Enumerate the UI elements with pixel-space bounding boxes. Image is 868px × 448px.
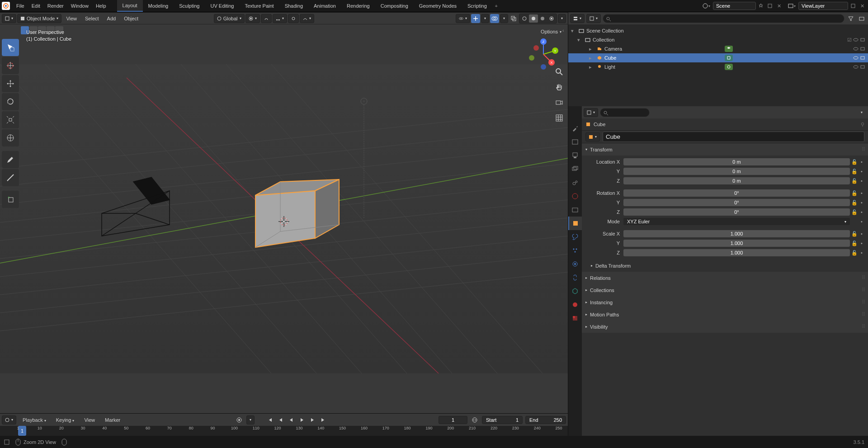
hide-icon[interactable] — [853, 37, 859, 43]
panel-collections-header[interactable]: ▸Collections⠿ — [582, 284, 868, 296]
scale-y-input[interactable]: 1.000 — [623, 240, 850, 247]
menu-edit[interactable]: Edit — [28, 1, 44, 10]
n-panel-toggle[interactable]: ‹ — [562, 26, 567, 34]
play-icon[interactable] — [298, 416, 306, 424]
disclosure-icon[interactable]: ▸ — [589, 55, 595, 61]
object-data-icon[interactable] — [725, 64, 733, 70]
snap-select[interactable]: ▾ — [273, 14, 287, 23]
gizmo-toggle[interactable] — [471, 14, 480, 23]
object-data-icon[interactable] — [725, 46, 733, 52]
tab-render[interactable] — [568, 135, 582, 149]
scale-x-input[interactable]: 1.000 — [623, 230, 850, 237]
tab-constraints[interactable] — [568, 271, 582, 284]
disclosure-icon[interactable]: ▸ — [589, 64, 595, 70]
tree-collection[interactable]: ▾ Collection ☑ — [568, 35, 868, 44]
vp-menu-object[interactable]: Object — [120, 14, 142, 23]
workspace-rendering[interactable]: Rendering — [341, 0, 375, 11]
tab-data[interactable] — [568, 284, 582, 298]
disclosure-icon[interactable]: ▾ — [577, 37, 584, 43]
tree-item-cube[interactable]: ▸ Cube — [568, 53, 868, 62]
timeline-ruler[interactable]: 1 11020304050607080901001101201301401501… — [0, 426, 568, 436]
tree-item-camera[interactable]: ▸ Camera — [568, 44, 868, 53]
lock-icon[interactable]: 🔓 — [851, 200, 858, 206]
playhead[interactable]: 1 — [18, 426, 26, 436]
gizmo-popover[interactable]: ▾ — [481, 14, 489, 23]
drag-handle-icon[interactable]: ⠿ — [862, 146, 864, 152]
lock-icon[interactable]: 🔓 — [851, 178, 858, 184]
prev-key-icon[interactable] — [276, 416, 284, 424]
disable-render-icon[interactable] — [860, 37, 865, 43]
lock-icon[interactable]: 🔓 — [851, 250, 858, 256]
disable-render-icon[interactable] — [860, 64, 865, 70]
workspace-shading[interactable]: Shading — [279, 0, 308, 11]
exclude-checkbox[interactable]: ☑ — [847, 37, 852, 43]
drag-handle-icon[interactable]: ⠿ — [862, 299, 864, 305]
tool-cursor[interactable] — [2, 57, 19, 74]
proportional-select[interactable]: ▾ — [300, 14, 314, 23]
disclosure-icon[interactable]: ▾ — [571, 28, 577, 34]
3d-viewport[interactable]: User Perspective (1) Collection | Cube O… — [0, 24, 568, 413]
object-data-icon[interactable] — [725, 55, 733, 61]
tab-object[interactable] — [568, 217, 582, 230]
tool-transform[interactable] — [2, 129, 19, 146]
hide-icon[interactable] — [853, 46, 859, 52]
end-frame-input[interactable]: End250 — [525, 416, 566, 424]
delete-scene-icon[interactable]: ✕ — [775, 2, 783, 10]
workspace-modeling[interactable]: Modeling — [143, 0, 174, 11]
menu-file[interactable]: File — [13, 1, 28, 10]
rotation-z-input[interactable]: 0° — [623, 208, 850, 216]
tree-scene-collection[interactable]: ▾ Scene Collection — [568, 26, 868, 35]
camera-view-icon[interactable] — [554, 98, 564, 108]
location-z-input[interactable]: 0 m — [623, 177, 850, 184]
tab-collection[interactable] — [568, 203, 582, 217]
location-y-input[interactable]: 0 m — [623, 168, 850, 175]
panel-delta-transform-header[interactable]: ▸Delta Transform — [582, 259, 868, 272]
outliner-filter-icon[interactable] — [846, 14, 855, 23]
panel-transform-header[interactable]: ▾ Transform ⠿ — [582, 143, 868, 156]
animate-dot[interactable]: • — [859, 250, 864, 255]
perspective-icon[interactable] — [554, 113, 564, 123]
panel-relations-header[interactable]: ▸Relations⠿ — [582, 272, 868, 284]
tool-measure[interactable] — [2, 169, 19, 186]
shading-popover[interactable]: ▾ — [558, 14, 566, 23]
rotation-mode-select[interactable]: XYZ Euler▾ — [623, 218, 850, 225]
nav-gizmo[interactable]: Z Y X — [527, 38, 560, 71]
tab-material[interactable] — [568, 298, 582, 311]
drag-handle-icon[interactable]: ⠿ — [862, 311, 864, 317]
workspace-scripting[interactable]: Scripting — [462, 0, 492, 11]
snap-toggle[interactable] — [261, 14, 272, 23]
tab-particles[interactable] — [568, 244, 582, 257]
tab-output[interactable] — [568, 149, 582, 162]
workspace-compositing[interactable]: Compositing — [375, 0, 414, 11]
delete-layer-icon[interactable]: ✕ — [858, 2, 866, 10]
new-scene-icon[interactable] — [766, 2, 774, 10]
tab-texture[interactable] — [568, 311, 582, 325]
timeline-editor-type[interactable]: ▾ — [2, 415, 16, 424]
current-frame-input[interactable]: 1 — [439, 416, 467, 424]
tab-tool[interactable] — [568, 122, 582, 135]
lock-icon[interactable]: 🔓 — [851, 231, 858, 237]
animate-dot[interactable]: • — [859, 190, 864, 196]
lock-icon[interactable]: 🔓 — [851, 159, 858, 165]
zoom-icon[interactable] — [554, 67, 564, 77]
tl-menu-marker[interactable]: Marker — [101, 415, 124, 424]
jump-end-icon[interactable] — [320, 416, 328, 424]
workspace-uv[interactable]: UV Editing — [205, 0, 239, 11]
shading-wireframe[interactable] — [520, 14, 529, 23]
tab-modifiers[interactable] — [568, 230, 582, 244]
overlay-popover[interactable]: ▾ — [500, 14, 508, 23]
menu-help[interactable]: Help — [92, 1, 110, 10]
disable-render-icon[interactable] — [860, 55, 865, 61]
workspace-texture[interactable]: Texture Paint — [239, 0, 279, 11]
animate-dot[interactable]: • — [859, 209, 864, 215]
lock-icon[interactable]: 🔓 — [851, 169, 858, 174]
animate-dot[interactable]: • — [859, 178, 864, 184]
new-collection-icon[interactable] — [857, 14, 866, 23]
panel-motion-paths-header[interactable]: ▸Motion Paths⠿ — [582, 308, 868, 321]
layer-browse-button[interactable]: ▾ — [788, 2, 796, 10]
autokey-popover[interactable]: ▾ — [246, 415, 255, 424]
tab-scene[interactable] — [568, 176, 582, 189]
object-name-input[interactable] — [603, 132, 864, 142]
shading-solid[interactable] — [529, 14, 538, 23]
tree-item-light[interactable]: ▸ Light — [568, 62, 868, 71]
